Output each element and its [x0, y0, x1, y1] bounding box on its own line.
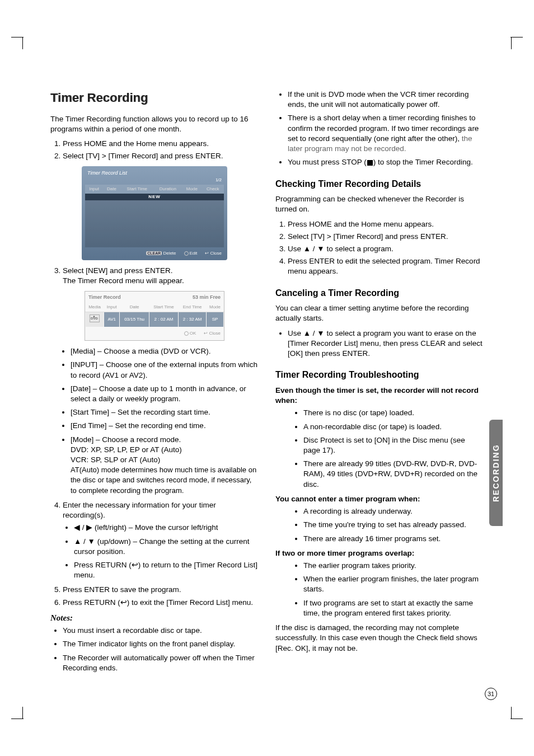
t1-4: There are already 99 titles (DVD-RW, DVD…	[303, 459, 484, 490]
notes-heading: Notes:	[50, 612, 259, 623]
t3-1: The earlier program takes priority.	[303, 561, 484, 571]
shot1-page: 1/2	[216, 177, 222, 184]
step-3: Select [NEW] and press ENTER. The Timer …	[63, 266, 259, 286]
check-intro: Programming can be checked whenever the …	[275, 194, 484, 214]
step-6: Press RETURN (↩) to exit the [Timer Reco…	[63, 598, 259, 608]
h-trouble: Timer Recording Troubleshooting	[275, 369, 484, 381]
cancel-intro: You can clear a timer setting anytime be…	[275, 303, 484, 323]
shot2-media-icon	[86, 312, 104, 327]
shot1-col-mode: Mode	[182, 185, 202, 194]
stop-icon	[367, 160, 373, 166]
shot2-col-input: Input	[104, 303, 120, 312]
timer-record-shot: Timer Record 53 min Free Media Input Dat…	[85, 291, 224, 341]
check-3: Use ▲ / ▼ to select a program.	[288, 244, 484, 254]
t3-2: When the earlier program finishes, the l…	[303, 574, 484, 594]
trouble-h3: If two or more timer programs overlap:	[275, 548, 484, 558]
def-mode: [Mode] – Choose a record mode. DVD: XP, …	[71, 435, 259, 496]
shot2-ok: OK	[184, 331, 196, 337]
shot1-delete: CLEARDelete	[146, 251, 176, 257]
shot1-col-start: Start Time	[120, 185, 154, 194]
trouble-h2: You cannot enter a timer program when:	[275, 494, 484, 504]
t2-2: The time you're trying to set has alread…	[303, 520, 484, 530]
trouble-h1: Even though the timer is set, the record…	[275, 386, 484, 406]
shot2-close: ↩ Close	[204, 331, 221, 337]
topnote-a: If the unit is DVD mode when the VCR tim…	[288, 90, 484, 110]
shot1-col-check: Check	[202, 185, 224, 194]
note-2: The Timer indicator lights on the front …	[63, 639, 259, 649]
t2-1: A recording is already underway.	[303, 506, 484, 516]
t1-3: Disc Protect is set to [ON] in the Disc …	[303, 435, 484, 456]
timer-record-list-shot: Timer Record List 1/2 Input Date Start T…	[82, 166, 227, 261]
def-input: [INPUT] – Choose one of the external inp…	[71, 360, 259, 380]
right-column: If the unit is DVD mode when the VCR tim…	[275, 90, 484, 678]
nav-ud: ▲ / ▼ (up/down) – Change the setting at …	[74, 537, 259, 557]
shot2-start: 2 : 02 AM	[149, 312, 178, 327]
shot2-av1: AV1	[104, 312, 120, 327]
shot2-mode: SP	[207, 312, 224, 327]
check-2: Select [TV] > [Timer Record] and press E…	[288, 232, 484, 242]
step-2: Select [TV] > [Timer Record] and press E…	[63, 151, 259, 161]
def-date: [Date] – Choose a date up to 1 month in …	[71, 384, 259, 404]
shot2-title: Timer Record	[88, 294, 121, 300]
shot1-new-row: NEW	[85, 194, 224, 200]
topnote-c: You must press STOP () to stop the Timer…	[288, 157, 484, 167]
topnote-b: There is a short delay when a timer reco…	[288, 113, 484, 154]
shot2-col-start: Start Time	[149, 303, 178, 312]
shot1-col-input: Input	[85, 185, 103, 194]
shot2-col-date: Date	[120, 303, 149, 312]
t3-3: If two programs are set to start at exac…	[303, 598, 484, 618]
shot2-col-end: End Time	[179, 303, 207, 312]
shot1-col-duration: Duration	[154, 185, 182, 194]
t1-1: There is no disc (or tape) loaded.	[303, 408, 484, 418]
page-title: Timer Recording	[50, 90, 259, 106]
def-end: [End Time] – Set the recording end time.	[71, 421, 259, 431]
nav-return: Press RETURN (↩) to return to the [Timer…	[74, 560, 259, 580]
h-cancel: Canceling a Timer Recording	[275, 287, 484, 299]
end-text: If the disc is damaged, the recording ma…	[275, 623, 484, 654]
shot2-date: 03/15 Thu	[120, 312, 149, 327]
shot2-col-media: Media	[86, 303, 104, 312]
shot2-end: 2 : 32 AM	[179, 312, 207, 327]
step-5: Press ENTER to save the program.	[63, 585, 259, 595]
cancel-bul: Use ▲ / ▼ to select a program you want t…	[288, 328, 484, 359]
left-column: Timer Recording The Timer Recording func…	[50, 90, 259, 678]
side-tab-recording: RECORDING	[489, 420, 503, 526]
step-1: Press HOME and the Home menu appears.	[63, 139, 259, 149]
shot1-edit: Edit	[184, 251, 198, 257]
def-media: [Media] – Choose a media (DVD or VCR).	[71, 346, 259, 356]
check-4: Press ENTER to edit the selected program…	[288, 256, 484, 276]
h-check: Checking Timer Recording Details	[275, 178, 484, 190]
shot1-col-date: Date	[103, 185, 120, 194]
shot2-col-mode: Mode	[207, 303, 224, 312]
shot1-close: ↩ Close	[205, 251, 222, 257]
page-number: 31	[485, 688, 497, 700]
shot2-free: 53 min Free	[193, 294, 221, 300]
check-1: Press HOME and the Home menu appears.	[288, 219, 484, 229]
t2-3: There are already 16 timer programs set.	[303, 534, 484, 544]
shot1-title: Timer Record List	[85, 168, 224, 177]
note-3: The Recorder will automatically power of…	[63, 653, 259, 673]
note-1: You must insert a recordable disc or tap…	[63, 626, 259, 636]
t1-2: A non-recordable disc (or tape) is loade…	[303, 422, 484, 432]
step-4: Enter the necessary information for your…	[63, 500, 259, 581]
def-start: [Start Time] – Set the recording start t…	[71, 407, 259, 417]
nav-lr: ◀ / ▶ (left/right) – Move the cursor lef…	[74, 523, 259, 533]
intro-text: The Timer Recording function allows you …	[50, 114, 259, 134]
